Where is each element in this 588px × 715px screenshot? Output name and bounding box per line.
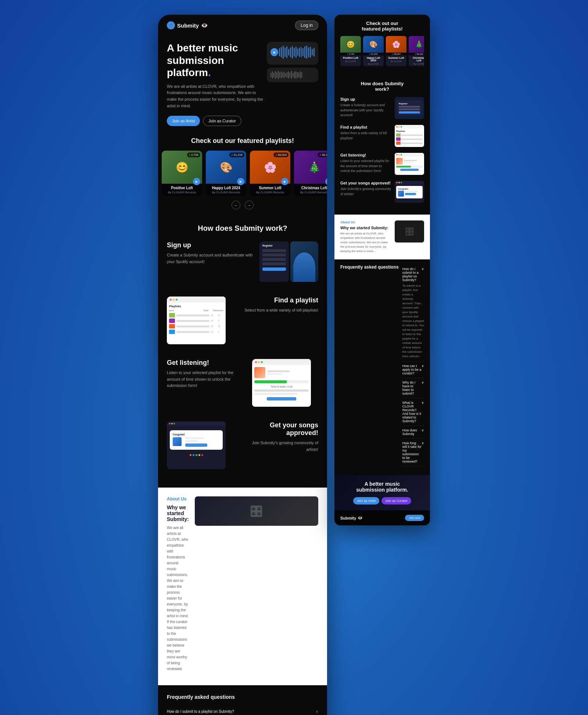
right-pl-2[interactable]: 🎨 ♪ 21,216 Happy Lofi 2024 By CLOVR [363,36,384,66]
right-cta-bg [334,475,430,510]
playlist-curator-4: By CLOVER Records [297,191,327,194]
right-faq-item-5[interactable]: How does Submity ∨ [402,426,424,439]
step-signup: Sign up Create a Submity account and aut… [167,241,318,285]
right-step-approved: Get your songs approved! Join Submity's … [340,181,424,203]
step-playlist: Find a playlist Select from a wide varie… [167,297,318,348]
join-artist-button[interactable]: Join as Artist [167,116,200,126]
playlist-card-4[interactable]: 🎄 ♪ 36,322 ▶ Christmas Lofi By CLOVER Re… [294,151,327,196]
logo-emoji: 👁️ [201,22,208,29]
featured-section: Check out our featured playlists! 😊 ♪ 2,… [158,126,327,213]
logo: 🎵 Submity 👁️ [167,21,208,29]
register-mockup: Register [259,241,318,285]
hero-title: A better music submission platform. [167,42,263,79]
step-approved: Get your songs approved! Join Submity's … [167,421,318,469]
step-signup-desc: Create a Submity account and authenticat… [167,252,254,265]
right-step-listening-img [395,153,424,175]
right-step-playlist-text: Find a playlist Select from a wide varie… [340,125,391,141]
faq-chevron-1: ∨ [316,709,318,714]
right-featured: Check out ourfeatured playlists! 😊 ♪ 2,7… [334,15,430,75]
faq-q-1: How do I submit to a playlist on Submity… [167,709,316,714]
approved-mockup: Congrats! [167,421,226,469]
right-step-listening: Get listening! Listen to your selected p… [340,153,424,175]
logo-icon: 🎵 [167,21,175,29]
right-panel: Check out ourfeatured playlists! 😊 ♪ 2,7… [334,15,430,525]
right-faq-title: Frequently asked questions [340,265,399,270]
right-pl-3[interactable]: 🌸 ♪ 28,024 Summer Lofi By CLOVR [386,36,406,66]
step-approved-heading: Get your songs approved! [239,421,318,437]
right-step-signup: Sign up Create a Submity account and aut… [340,97,424,119]
right-step-playlist: Find a playlist Select from a wide varie… [340,125,424,147]
right-pl-4[interactable]: 🎄 ♪ 36,322 Christmas Lofi By CLOVR [409,36,424,66]
how-title: How does Submity work? [167,224,318,233]
playlist-curator-3: By CLOVER Records [253,191,287,194]
login-button[interactable]: Log in [295,21,318,30]
right-about-desc: We are all artists at CLOVR, who empathi… [340,231,391,254]
about-text: We are all artists at CLOVR, who empathi… [167,525,189,672]
right-faq-item-2[interactable]: How can I apply to be a curator? ∨ [402,362,424,378]
playlist-card-3[interactable]: 🌸 ♪ 28,024 ▶ Summer Lofi By CLOVER Recor… [250,151,290,196]
playlists-mockup: Playlists Name Tracks Submissions 24 12 [167,297,226,344]
hero-buttons: Join as Artist Join as Curator [167,116,263,126]
register-photo [290,241,318,282]
playlist-info-4: Christmas Lofi By CLOVER Records [294,184,327,196]
faq-header: Frequently asked questions [167,694,318,700]
step-approved-text: Get your songs approved! Join Submity's … [239,421,318,453]
right-faq-item-4[interactable]: What is CLOVR Records? And how is it rel… [402,398,424,426]
playlist-name-3: Summer Lofi [253,186,287,190]
playlist-card-1[interactable]: 😊 ♪ 2,734 ▶ Positive Lofi By CLOVER Reco… [162,151,202,196]
right-about-text: About Us Why we started Submity: We are … [340,220,391,254]
carousel-nav: ← → [158,196,327,209]
right-step-listening-text: Get listening! Listen to your selected p… [340,153,391,174]
hero-section: A better music submission platform. We a… [158,35,327,126]
right-about-title: Why we started Submity: [340,226,391,230]
about-image: 🎛️ [195,496,318,526]
waveform-widget: ▶ [267,42,318,82]
hero-text: A better music submission platform. We a… [167,42,263,126]
right-playlists: 😊 ♪ 2,734 Positive Lofi By CLOVR 🎨 ♪ 21,… [340,36,424,66]
carousel-next[interactable]: → [245,201,254,209]
play-button[interactable]: ▶ [270,48,278,56]
right-cta-title: A better musicsubmission platform. [340,481,424,493]
playlist-name-2: Happy Lofi 2024 [209,186,243,190]
about-section: About Us Why we started Submity: We are … [158,488,327,685]
step-playlist-heading: Find a playlist [239,297,318,304]
playlist-badge-4: ♪ 36,322 [318,152,327,157]
right-cta-artist-btn[interactable]: Join as Artist [353,497,379,504]
faq-title: Frequently asked questions [167,694,318,700]
right-cta: A better musicsubmission platform. Join … [334,475,430,510]
about-title: Why we started Submity: [167,504,189,522]
step-listening-heading: Get listening! [167,359,246,367]
right-faq-item-6[interactable]: How long will it take for my submission … [402,439,424,466]
playlist-curator-2: By CLOVER Records [209,191,243,194]
hero-description: We are all artists at CLOVR, who empathi… [167,83,263,109]
right-faq: Frequently asked questions How do I subm… [334,259,430,475]
right-footer-btn[interactable]: Join now [405,515,424,521]
right-cta-curator-btn[interactable]: Join as Curator [381,497,411,504]
playlist-card-2[interactable]: 🎨 ♪ 21,216 ▶ Happy Lofi 2024 By CLOVER R… [206,151,246,196]
step-playlist-text: Find a playlist Select from a wide varie… [239,297,318,314]
right-footer: Submity 👁️ Join now [334,510,430,525]
left-phone: 🎵 Submity 👁️ Log in A better music submi… [158,15,327,715]
playlist-curator-1: By CLOVER Records [165,191,199,194]
right-pl-1[interactable]: 😊 ♪ 2,734 Positive Lofi By CLOVR [340,36,361,66]
step-listening-image: Time to listen: 2:34 [252,359,318,410]
join-curator-button[interactable]: Join as Curator [203,116,241,126]
brand-name: Submity [177,22,199,29]
right-faq-a-1: To submit to a playlist, first create a … [402,284,424,359]
step-approved-image: Congrats! [167,421,233,469]
step-listening-desc: Listen to your selected playlist for the… [167,370,246,389]
step-playlist-desc: Select from a wide variety of lofi playl… [239,307,318,314]
featured-title: Check out our featured playlists! [158,137,327,145]
playlist-info-2: Happy Lofi 2024 By CLOVER Records [206,184,246,196]
navigation: 🎵 Submity 👁️ Log in [158,15,327,35]
carousel-prev[interactable]: ← [232,201,240,209]
step-signup-heading: Sign up [167,241,254,249]
right-about-image: 🎛️ [395,220,424,242]
faq-item-1[interactable]: How do I submit to a playlist on Submity… [167,706,318,715]
faq-section: Frequently asked questions How do I subm… [158,685,327,715]
playlist-name-1: Positive Lofi [165,186,199,190]
about-label: About Us [167,496,189,502]
waveform-player: ▶ [267,42,318,65]
right-faq-item-1[interactable]: How do I submit to a playlist on Submity… [402,265,424,362]
right-faq-item-3[interactable]: Why do I have to listen to submit? ∨ [402,378,424,398]
